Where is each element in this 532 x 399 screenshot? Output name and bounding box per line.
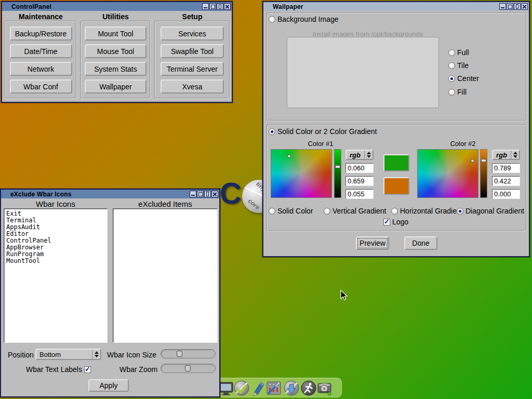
app-browser-icon[interactable]	[283, 380, 300, 396]
wallpaper-button[interactable]: Wallpaper	[85, 79, 147, 94]
zoom-slider[interactable]	[161, 364, 216, 373]
background-image-list[interactable]	[287, 37, 439, 108]
mode-fill-radio[interactable]	[448, 89, 455, 96]
vertical-gradient-label: Vertical Gradient	[332, 207, 387, 215]
solid-gradient-label: Solid Color or 2 Color Gradient	[277, 127, 377, 136]
wbar-icons-list[interactable]: Exit Terminal AppsAudit Editor ControlPa…	[4, 208, 108, 343]
color1-b-field[interactable]	[345, 189, 374, 199]
horizontal-gradient-label: Horizontal Gradient	[400, 207, 463, 215]
setup-group: Services Swapfile Tool Terminal Server X…	[154, 21, 230, 99]
color1-value-bar[interactable]	[334, 149, 341, 198]
icon-size-slider[interactable]	[161, 349, 216, 358]
color2-swatch[interactable]	[383, 177, 409, 195]
done-button[interactable]: Done	[404, 236, 437, 250]
color2-b-field[interactable]	[492, 189, 520, 199]
close-button[interactable]	[521, 3, 528, 10]
color1-swatch[interactable]	[383, 154, 409, 171]
mount-tool-button[interactable]: Mount Tool	[85, 26, 147, 41]
mode-tile-label: Tile	[457, 61, 469, 70]
color1-marker[interactable]	[287, 154, 291, 158]
zoom-label: Wbar Zoom	[119, 365, 157, 374]
network-button[interactable]: Network	[10, 62, 72, 76]
color1-g-field[interactable]	[345, 176, 374, 186]
mouse-cursor	[340, 290, 349, 301]
shade-button[interactable]	[217, 3, 223, 10]
color1-hue-square[interactable]	[271, 149, 332, 198]
solid-color-label: Solid Color	[277, 207, 313, 215]
color1-mode-choice[interactable]: rgb	[345, 150, 374, 160]
xvesa-button[interactable]: Xvesa	[161, 79, 224, 94]
control-panel-icon[interactable]	[265, 380, 282, 396]
color2-label: Color #2	[421, 140, 504, 148]
terminal-server-button[interactable]: Terminal Server	[161, 62, 224, 76]
editor-icon[interactable]	[250, 380, 267, 396]
color2-hue-square[interactable]	[417, 149, 478, 198]
solid-color-radio[interactable]	[269, 208, 275, 215]
updown-arrows-icon	[92, 350, 100, 359]
date-time-button[interactable]: Date/Time	[10, 44, 72, 58]
wallpaper-titlebar[interactable]: Wallpaper	[263, 2, 529, 11]
background-image-radio[interactable]	[269, 16, 275, 23]
logo-checkbox[interactable]	[383, 219, 390, 225]
control-panel-titlebar[interactable]: ControlPanel	[2, 2, 232, 11]
horizontal-gradient-radio[interactable]	[391, 208, 398, 215]
services-button[interactable]: Services	[161, 26, 224, 41]
position-dropdown[interactable]: Bottom	[35, 349, 101, 360]
exclude-wbar-titlebar[interactable]: eXclude Wbar Icons	[1, 190, 219, 198]
color2-value-bar[interactable]	[480, 149, 487, 198]
vertical-gradient-radio[interactable]	[324, 208, 330, 215]
maintenance-group: Backup/Restore Date/Time Network Wbar Co…	[5, 21, 77, 99]
diagonal-gradient-label: Diagonal Gradient	[466, 207, 524, 215]
minimize-button[interactable]	[202, 3, 209, 10]
exclude-wbar-window: eXclude Wbar Icons Wbar Icons eXcluded I…	[0, 189, 220, 397]
mouse-tool-button[interactable]: Mouse Tool	[85, 44, 147, 58]
mode-center-radio[interactable]	[448, 75, 455, 82]
icon-size-slider-handle[interactable]	[177, 351, 182, 357]
window-title: eXclude Wbar Icons	[10, 191, 72, 198]
apply-button[interactable]: Apply	[88, 379, 129, 392]
excluded-items-list[interactable]	[113, 208, 218, 343]
wbar-conf-button[interactable]: Wbar Conf	[10, 79, 72, 94]
minimize-button[interactable]	[190, 191, 196, 197]
diagonal-gradient-radio[interactable]	[457, 208, 463, 215]
color2-mode-choice[interactable]: rgb	[492, 150, 520, 160]
maximize-button[interactable]	[209, 3, 216, 10]
color2-r-field[interactable]	[492, 163, 520, 173]
position-label: Position	[8, 351, 34, 359]
maximize-button[interactable]	[507, 3, 513, 10]
updown-arrows-icon	[511, 151, 519, 159]
swapfile-tool-button[interactable]: Swapfile Tool	[161, 44, 224, 58]
color2-g-field[interactable]	[492, 176, 520, 186]
mode-full-radio[interactable]	[448, 49, 455, 56]
mode-tile-radio[interactable]	[448, 62, 455, 69]
window-title: ControlPanel	[11, 3, 51, 10]
minimize-button[interactable]	[499, 3, 506, 10]
wbar-icons-header: Wbar Icons	[4, 200, 108, 208]
system-stats-button[interactable]: System Stats	[85, 62, 147, 76]
color2-value-handle[interactable]	[481, 159, 486, 162]
column-header-setup: Setup	[154, 12, 230, 21]
mount-tool-icon[interactable]	[316, 380, 333, 396]
color2-marker[interactable]	[471, 159, 474, 163]
apps-audit-icon[interactable]	[233, 380, 250, 396]
shade-button[interactable]	[514, 3, 521, 10]
preview-button[interactable]: Preview	[356, 236, 389, 250]
color1-value-handle[interactable]	[335, 165, 340, 168]
shade-button[interactable]	[204, 191, 211, 197]
mode-fill-label: Fill	[457, 88, 467, 96]
control-panel-window: ControlPanel Maintenance Utilities Setup…	[1, 1, 233, 103]
logo-checkbox-label: Logo	[392, 218, 408, 226]
text-labels-checkbox[interactable]	[84, 366, 91, 373]
column-header-utilities: Utilities	[81, 12, 151, 21]
close-button[interactable]	[211, 191, 218, 197]
run-program-icon[interactable]	[300, 380, 317, 396]
zoom-slider-handle[interactable]	[185, 365, 191, 371]
column-header-maintenance: Maintenance	[5, 12, 77, 21]
list-item[interactable]: MountTool	[6, 258, 105, 264]
maximize-button[interactable]	[197, 191, 204, 197]
color1-r-field[interactable]	[345, 163, 374, 173]
solid-gradient-radio[interactable]	[269, 128, 275, 135]
position-value: Bottom	[36, 351, 92, 358]
close-button[interactable]	[224, 3, 231, 10]
backup-restore-button[interactable]: Backup/Restore	[10, 26, 72, 41]
